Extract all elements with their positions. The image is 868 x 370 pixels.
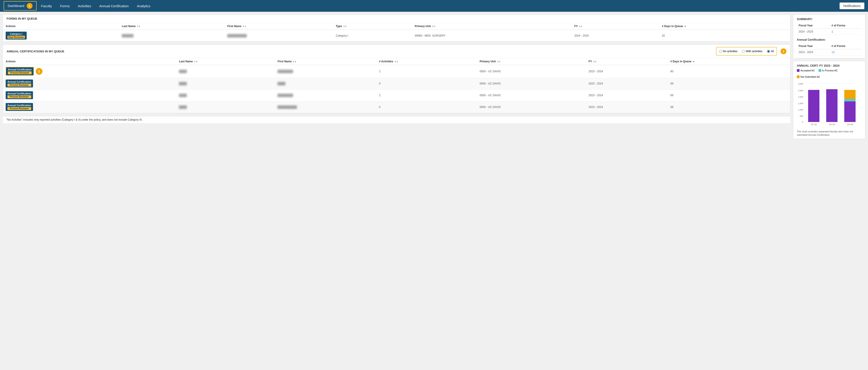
legend-not-submitted-dot	[797, 75, 800, 78]
col-last-name: Last Name ⬆⬇	[119, 23, 225, 30]
filter-with-activities-radio[interactable]	[742, 50, 745, 53]
step1-badge: 1	[27, 3, 33, 9]
chart-title: ANNUAL CERT. FY 2023 - 2024	[797, 64, 862, 67]
legend-in-process-dot	[818, 69, 821, 72]
filter-with-activities[interactable]: With activities	[742, 50, 762, 53]
ac-activities: 0	[376, 101, 477, 113]
ac-last-name: ████	[176, 78, 275, 89]
annual-queue-table: Actions Last Name ⬆⬇ First Name ⬆⬇ # Act…	[3, 58, 790, 113]
ac-fy: 2023 - 2024	[586, 101, 668, 113]
chart-legend: Accepted AC In Process AC Not Submitted …	[797, 69, 862, 78]
annual-cert-provost-button[interactable]: Annual Certification Provost Reviewer	[6, 103, 33, 111]
ac-first-name: ██████████	[275, 101, 376, 113]
ac-primary-unit: 0000 - UC DAVIS	[477, 65, 586, 78]
annual-queue-scroll[interactable]: Actions Last Name ⬆⬇ First Name ⬆⬇ # Act…	[3, 58, 790, 113]
svg-text:'21-'22: '21-'22	[811, 123, 817, 126]
svg-text:'23-'24: '23-'24	[847, 123, 853, 126]
annual-cert-provost-button[interactable]: Annual Certification Provost Reviewer	[6, 80, 33, 87]
col-type: Type ⬆⬇	[333, 23, 412, 30]
svg-text:2,000: 2,000	[798, 96, 803, 98]
nav-forms[interactable]: Forms	[57, 3, 73, 9]
col-first-name-annual: First Name ⬆⬇	[275, 58, 376, 65]
ac-last-name: ████	[176, 65, 275, 78]
col-actions-annual: Actions	[3, 58, 176, 65]
annual-cert-provost-button[interactable]: Annual Certification Provost Reviewer	[6, 67, 34, 76]
nav-dashboard[interactable]: Dashboard 1	[4, 1, 37, 11]
left-column: FORMS IN MY QUEUE Actions Last Name ⬆⬇ F…	[3, 14, 790, 123]
summary-title: SUMMARY:	[797, 18, 862, 21]
col-last-name-annual: Last Name ⬆⬇	[176, 58, 275, 65]
ac-count-link[interactable]: 13	[831, 51, 834, 54]
bar-23-24-accepted	[844, 101, 856, 122]
bar-22-23-accepted	[826, 89, 837, 122]
svg-text:500: 500	[800, 115, 803, 117]
forms-action-cell: Category I Dept Reviewer	[3, 30, 119, 41]
annual-cert-provost-button[interactable]: Annual Certification Provost Reviewer	[6, 91, 33, 99]
filter-all[interactable]: All	[767, 50, 774, 53]
filter-no-activities[interactable]: No activities	[719, 50, 738, 53]
bar-21-22-accepted	[808, 90, 819, 122]
legend-accepted-dot	[797, 69, 800, 72]
svg-text:1,000: 1,000	[798, 109, 803, 111]
col-days: # Days in Queue ▼	[659, 23, 790, 30]
filter-all-radio[interactable]	[767, 50, 770, 53]
bar-23-24-in-process	[844, 99, 856, 101]
svg-text:1,500: 1,500	[798, 102, 803, 104]
forms-last-name: ██████	[119, 30, 225, 41]
notifications-button[interactable]: Notifications	[840, 2, 864, 9]
summary-fy-value: 2024 - 2025	[797, 29, 830, 35]
annual-cert-title: Annual Certification:	[797, 38, 862, 41]
ac-days: 69	[668, 89, 790, 101]
nav-bar: Dashboard 1 Faculty Forms Activities Ann…	[0, 0, 868, 12]
svg-text:3,000: 3,000	[798, 83, 803, 85]
chart-panel: ANNUAL CERT. FY 2023 - 2024 Accepted AC …	[793, 61, 865, 139]
col-primary-unit-annual: Primary Unit ⬆⬇	[477, 58, 586, 65]
ac-activities: 2	[376, 65, 477, 78]
ac-last-name: ████	[176, 101, 275, 113]
ac-activities: 0	[376, 78, 477, 89]
ac-first-name: ████████	[275, 65, 376, 78]
ac-fy: 2023 - 2024	[586, 78, 668, 89]
annual-queue-panel: ANNUAL CERTIFICATIONS IN MY QUEUE No act…	[3, 44, 790, 114]
step3-badge: 3	[36, 68, 42, 75]
ac-col-forms: # of Forms	[830, 43, 862, 49]
col-actions: Actions	[3, 23, 119, 30]
nav-activities[interactable]: Activities	[74, 3, 95, 9]
col-first-name: First Name ⬆⬇	[224, 23, 333, 30]
col-activities: # Activities ⬆⬇	[376, 58, 477, 65]
summary-forms-table: Fiscal Year # of Forms 2024 - 2025 1	[797, 23, 862, 35]
filter-no-activities-radio[interactable]	[719, 50, 722, 53]
forms-queue-panel: FORMS IN MY QUEUE Actions Last Name ⬆⬇ F…	[3, 14, 790, 42]
forms-days: 20	[659, 30, 790, 41]
ac-primary-unit: 0000 - UC DAVIS	[477, 89, 586, 101]
legend-accepted: Accepted AC	[797, 69, 815, 72]
table-row: Category I Dept Reviewer ██████ ████████…	[3, 30, 790, 41]
ac-row: 2023 - 2024 13	[797, 49, 862, 55]
ac-fy: 2023 - 2024	[586, 65, 668, 78]
nav-annual-certification[interactable]: Annual Certification	[96, 3, 132, 9]
filter-row: No activities With activities All	[719, 48, 774, 54]
ac-primary-unit: 0000 - UC DAVIS	[477, 101, 586, 113]
bar-chart-svg: 3,000 2,500 2,000 1,500 1,000 500 0	[797, 80, 860, 127]
legend-in-process: In Process AC	[818, 69, 838, 72]
nav-faculty[interactable]: Faculty	[37, 3, 56, 9]
summary-block: SUMMARY: Fiscal Year # of Forms 2024 - 2…	[793, 15, 865, 58]
forms-fy: 2024 - 2025	[571, 30, 659, 41]
ac-last-name: ████	[176, 89, 275, 101]
ac-first-name: ████████	[275, 89, 376, 101]
table-row: Annual Certification Provost Reviewer ██…	[3, 78, 790, 89]
ac-action-cell: Annual Certification Provost Reviewer	[3, 89, 176, 101]
ac-action-cell: Annual Certification Provost Reviewer 3	[3, 65, 176, 78]
col-fy-annual: FY ⬆⬇	[586, 58, 668, 65]
forms-type: Category I	[333, 30, 412, 41]
nav-analytics[interactable]: Analytics	[133, 3, 154, 9]
ac-days: 68	[668, 101, 790, 113]
ac-days: 80	[668, 65, 790, 78]
annual-queue-title: ANNUAL CERTIFICATIONS IN MY QUEUE	[6, 50, 64, 53]
category-i-dept-reviewer-button[interactable]: Category I Dept Reviewer	[6, 32, 27, 39]
right-column: SUMMARY: Fiscal Year # of Forms 2024 - 2…	[793, 14, 865, 139]
ac-first-name: ████	[275, 78, 376, 89]
filter-box: No activities With activities All	[716, 47, 777, 56]
summary-panel: SUMMARY: Fiscal Year # of Forms 2024 - 2…	[793, 14, 865, 58]
table-row: Annual Certification Provost Reviewer 3 …	[3, 65, 790, 78]
